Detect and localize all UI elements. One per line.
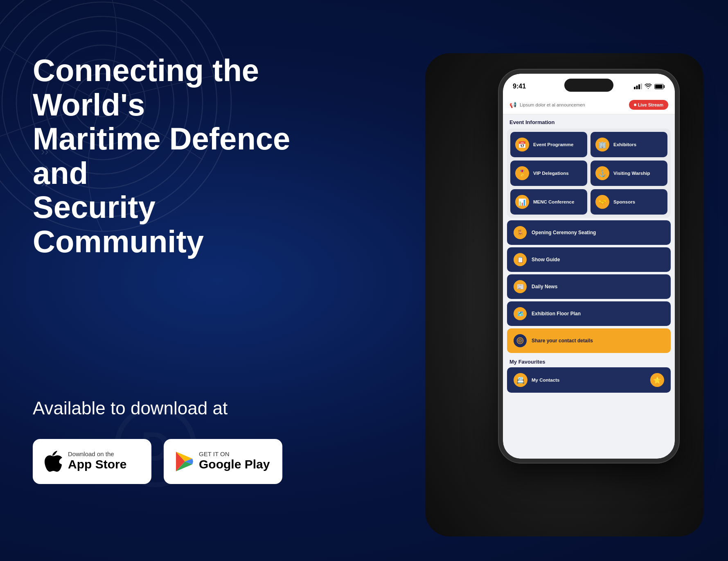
svg-point-15 — [517, 338, 523, 344]
delegations-icon: 🎖️ — [515, 166, 529, 180]
live-dot — [634, 104, 636, 106]
exhibitors-label: Exhibitors — [613, 142, 636, 148]
star-icon: ⭐ — [650, 373, 664, 387]
announcement-text: Lipsum dolor et al announcemen — [520, 102, 585, 107]
svg-rect-14 — [655, 85, 663, 88]
svg-point-16 — [518, 339, 522, 343]
warship-icon: ⚓ — [595, 166, 609, 180]
store-buttons: Download on the App Store GET IT ON Goog… — [33, 439, 311, 484]
menc-icon: 📊 — [515, 195, 529, 209]
google-play-icon — [175, 451, 193, 472]
share-label: Share your contact details — [532, 338, 593, 344]
available-text: Available to download at — [33, 398, 311, 418]
left-content: Connecting the World's Maritime Defence … — [33, 53, 311, 484]
menu-item-sponsors[interactable]: 🤝 Sponsors — [591, 189, 667, 215]
menc-label: MENC Conference — [533, 199, 574, 205]
floor-plan-icon: 🗺️ — [514, 307, 527, 320]
list-item-floor-plan[interactable]: 🗺️ Exhibition Floor Plan — [507, 301, 671, 326]
svg-rect-9 — [634, 87, 636, 89]
warship-label: Visiting Warship — [613, 170, 650, 176]
phone-frame: 9:41 — [499, 70, 679, 463]
my-contacts-icon: 📇 — [514, 373, 527, 387]
list-item-opening-ceremony[interactable]: 🪑 Opening Ceremony Seating — [507, 220, 671, 245]
dynamic-island — [564, 79, 613, 92]
menu-grid: 📅 Event Programme 🏢 Exhibitors 🎖️ VIP De… — [507, 129, 671, 218]
battery-icon — [654, 84, 665, 89]
google-play-text: GET IT ON Google Play — [199, 451, 270, 472]
floor-plan-label: Exhibition Floor Plan — [532, 311, 581, 317]
live-label: Live Stream — [638, 102, 663, 107]
my-contacts-row[interactable]: 📇 My Contacts ⭐ — [507, 367, 671, 393]
wifi-icon — [645, 84, 652, 89]
event-info-title: Event Information — [503, 114, 675, 129]
daily-news-icon: 📰 — [514, 280, 527, 293]
app-store-button[interactable]: Download on the App Store — [33, 439, 151, 484]
menu-item-exhibitors[interactable]: 🏢 Exhibitors — [591, 132, 667, 157]
sponsors-label: Sponsors — [613, 199, 635, 205]
event-programme-label: Event Programme — [533, 142, 573, 148]
menu-item-event-programme[interactable]: 📅 Event Programme — [510, 132, 587, 157]
fingerprint-share-icon — [516, 337, 524, 344]
app-store-text: Download on the App Store — [68, 451, 126, 472]
list-item-show-guide[interactable]: 📋 Show Guide — [507, 247, 671, 272]
svg-rect-11 — [638, 84, 640, 89]
status-time: 9:41 — [513, 83, 526, 90]
svg-rect-12 — [641, 84, 642, 89]
menu-item-menc[interactable]: 📊 MENC Conference — [510, 189, 587, 215]
favourites-section: My Favourites 📇 My Contacts ⭐ — [503, 355, 675, 393]
opening-ceremony-label: Opening Ceremony Seating — [532, 230, 596, 235]
my-contacts-label: My Contacts — [532, 377, 559, 383]
sponsors-icon: 🤝 — [595, 195, 609, 209]
show-guide-icon: 📋 — [514, 253, 527, 266]
phone-container: 9:41 — [409, 20, 703, 545]
list-item-daily-news[interactable]: 📰 Daily News — [507, 274, 671, 299]
delegations-label: VIP Delegations — [533, 170, 569, 176]
svg-rect-10 — [636, 86, 638, 89]
announcement-bar[interactable]: 📢 Lipsum dolor et al announcemen Live St… — [503, 96, 675, 114]
event-programme-icon: 📅 — [515, 138, 529, 152]
show-guide-label: Show Guide — [532, 257, 560, 262]
announcement-left: 📢 Lipsum dolor et al announcemen — [509, 102, 629, 108]
menu-item-delegations[interactable]: 🎖️ VIP Delegations — [510, 161, 587, 186]
svg-point-17 — [519, 340, 521, 342]
share-icon — [514, 334, 527, 347]
signal-icon — [634, 84, 642, 89]
opening-ceremony-icon: 🪑 — [514, 226, 527, 239]
phone-screen: 9:41 — [503, 74, 675, 459]
apple-icon — [44, 451, 62, 472]
daily-news-label: Daily News — [532, 284, 557, 290]
share-contact-button[interactable]: Share your contact details — [507, 328, 671, 353]
menu-item-warship[interactable]: ⚓ Visiting Warship — [591, 161, 667, 186]
announcement-icon: 📢 — [509, 102, 516, 108]
app-content: 📢 Lipsum dolor et al announcemen Live St… — [503, 96, 675, 459]
exhibitors-icon: 🏢 — [595, 138, 609, 152]
status-icons — [634, 84, 665, 89]
favourites-title: My Favourites — [503, 355, 675, 367]
live-stream-button[interactable]: Live Stream — [629, 100, 668, 110]
main-heading: Connecting the World's Maritime Defence … — [33, 53, 311, 259]
google-play-button[interactable]: GET IT ON Google Play — [164, 439, 282, 484]
